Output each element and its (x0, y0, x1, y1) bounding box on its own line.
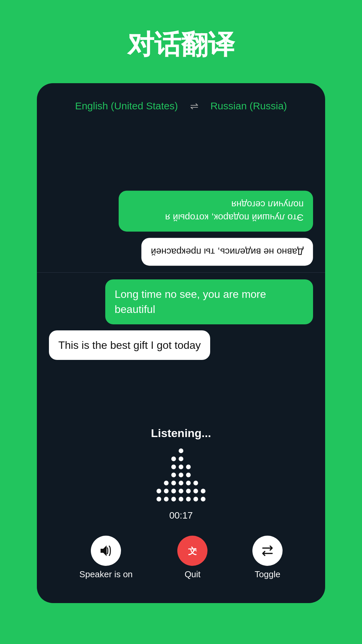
wave-dot (164, 489, 169, 493)
wave-dot (186, 473, 191, 477)
wave-col-4 (179, 448, 183, 501)
language-bar: English (United States) ⇌ Russian (Russi… (37, 97, 325, 122)
svg-text:A: A (193, 547, 197, 552)
chat-top: Это лучший подарок, который я получил се… (37, 122, 325, 272)
wave-dot (171, 457, 176, 461)
wave-dot (179, 457, 183, 461)
bubble-green: Long time no see, you are more beautiful (105, 279, 313, 324)
wave-dot (193, 489, 198, 493)
wave-dot (157, 497, 161, 501)
toggle-control[interactable]: Toggle (252, 536, 283, 580)
wave-dot (179, 489, 183, 493)
wave-col-6 (193, 448, 198, 501)
wave-dot (157, 489, 161, 493)
speaker-icon (99, 543, 113, 558)
speaker-label: Speaker is on (79, 569, 133, 580)
timer: 00:17 (169, 510, 193, 521)
toggle-icon (260, 543, 275, 558)
wave-dot (201, 489, 205, 493)
wave-col-7 (201, 448, 205, 501)
translate-icon: 文 A (185, 543, 200, 558)
wave-dot (171, 481, 176, 485)
wave-dot (186, 481, 191, 485)
wave-dot (179, 473, 183, 477)
toggle-button[interactable] (252, 536, 283, 566)
wave-dot (171, 489, 176, 493)
wave-dot (179, 497, 183, 501)
wave-dot (193, 481, 198, 485)
language-right[interactable]: Russian (Russia) (210, 100, 287, 112)
wave-col-5 (186, 448, 191, 501)
wave-dot (193, 497, 198, 501)
chat-bottom: Long time no see, you are more beautiful… (37, 273, 325, 420)
wave-dot (179, 465, 183, 469)
listening-section: Listening... (37, 420, 325, 532)
phone-card: English (United States) ⇌ Russian (Russi… (37, 83, 325, 603)
quit-button[interactable]: 文 A (177, 536, 207, 566)
wave-dot (171, 465, 176, 469)
waveform (157, 448, 205, 501)
flipped-bubble-green: Это лучший подарок, который я получил се… (119, 191, 313, 231)
wave-dot (186, 489, 191, 493)
flipped-bubble-white: Давно не виделись, ты прекрасней (141, 238, 313, 266)
bubble-white: This is the best gift I got today (49, 330, 210, 360)
wave-col-1 (157, 448, 161, 501)
bottom-controls: Speaker is on 文 A Quit Toggle (37, 532, 325, 586)
quit-label: Quit (185, 569, 201, 580)
speaker-button[interactable] (91, 536, 121, 566)
wave-dot (179, 481, 183, 485)
app-title: 对话翻译 (127, 27, 235, 63)
wave-dot (164, 481, 169, 485)
wave-dot (186, 497, 191, 501)
wave-col-2 (164, 448, 169, 501)
wave-dot (171, 497, 176, 501)
wave-dot (164, 497, 169, 501)
listening-label: Listening... (151, 427, 211, 440)
wave-dot (186, 465, 191, 469)
wave-dot (201, 497, 205, 501)
wave-col-3 (171, 448, 176, 501)
wave-dot (171, 473, 176, 477)
speaker-control[interactable]: Speaker is on (79, 536, 133, 580)
quit-control[interactable]: 文 A Quit (177, 536, 207, 580)
language-left[interactable]: English (United States) (75, 100, 178, 112)
toggle-label: Toggle (255, 569, 281, 580)
swap-icon[interactable]: ⇌ (190, 100, 198, 112)
wave-dot (179, 448, 183, 453)
